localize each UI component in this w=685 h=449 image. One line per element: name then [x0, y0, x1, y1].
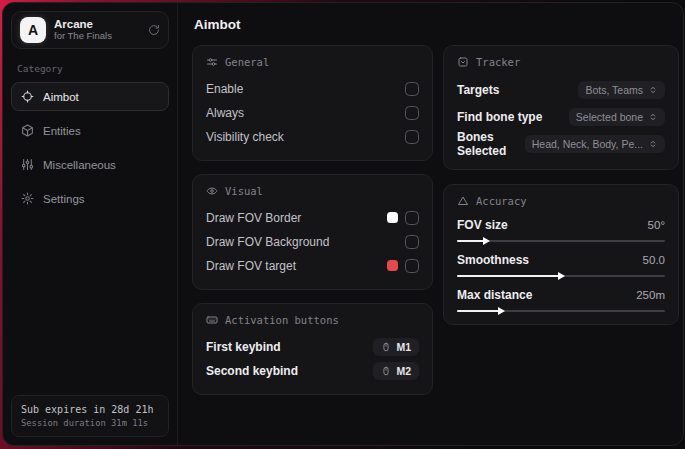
card-title: General [225, 56, 269, 68]
draw-fov-background-checkbox[interactable] [405, 235, 419, 249]
sub-expiry-text: Sub expires in 28d 21h [21, 402, 159, 417]
setting-row: Bones Selected Head, Neck, Body, Pe... [457, 131, 665, 157]
slider-value: 250m [636, 289, 665, 301]
fov-border-color-swatch[interactable] [387, 212, 398, 223]
sidebar-item-label: Settings [43, 193, 85, 205]
card-title: Visual [225, 185, 263, 197]
find-bone-type-dropdown[interactable]: Selected bone [569, 108, 665, 126]
sidebar-item-label: Aimbot [43, 91, 79, 103]
triangle-icon [457, 195, 469, 207]
sidebar-item-miscellaneous[interactable]: Miscellaneous [11, 150, 169, 179]
second-keybind-button[interactable]: M2 [373, 362, 419, 380]
sidebar-item-entities[interactable]: Entities [11, 116, 169, 145]
slider-row: FOV size 50° [457, 216, 665, 242]
brand-logo: A [20, 17, 46, 43]
brand-subtitle: for The Finals [54, 31, 140, 42]
subscription-card: Sub expires in 28d 21h Session duration … [11, 395, 169, 437]
activation-card: Activation buttons First keybind M1 Seco… [192, 303, 433, 395]
always-checkbox[interactable] [405, 106, 419, 120]
entities-icon [21, 124, 34, 137]
chevrons-up-down-icon [648, 112, 658, 122]
chevrons-up-down-icon [648, 85, 658, 95]
smoothness-slider[interactable] [457, 275, 665, 277]
brand-card: A Arcane for The Finals [11, 11, 169, 49]
slider-thumb[interactable] [498, 307, 505, 315]
bones-selected-dropdown[interactable]: Head, Neck, Body, Pe... [525, 135, 665, 153]
slider-row: Smoothness 50.0 [457, 251, 665, 277]
setting-row: Find bone type Selected bone [457, 104, 665, 130]
first-keybind-button[interactable]: M1 [373, 338, 419, 356]
draw-fov-target-checkbox[interactable] [405, 259, 419, 273]
slider-row: Max distance 250m [457, 286, 665, 312]
setting-row: Enable [206, 77, 419, 100]
targets-dropdown[interactable]: Bots, Teams [578, 81, 665, 99]
sidebar-item-settings[interactable]: Settings [11, 184, 169, 213]
category-label: Category [17, 63, 163, 74]
tracker-card: Tracker Targets Bots, Teams Find bone ty… [443, 45, 679, 170]
page-title: Aimbot [194, 17, 669, 32]
slider-thumb[interactable] [558, 272, 565, 280]
setting-row: Visibility check [206, 125, 419, 148]
slider-thumb[interactable] [483, 237, 490, 245]
visibility-check-checkbox[interactable] [405, 130, 419, 144]
card-title: Tracker [476, 56, 520, 68]
keyboard-icon [206, 314, 218, 326]
sidebar-nav: Aimbot Entities Miscellaneous Settings [11, 82, 169, 213]
setting-row: Targets Bots, Teams [457, 77, 665, 103]
sidebar-item-aimbot[interactable]: Aimbot [11, 82, 169, 111]
setting-row: Second keybind M2 [206, 359, 419, 382]
card-title: Activation buttons [225, 314, 339, 326]
visual-card: Visual Draw FOV Border Draw FOV Backgrou… [192, 174, 433, 290]
slider-value: 50° [648, 219, 665, 231]
refresh-icon[interactable] [148, 24, 160, 36]
fov-size-slider[interactable] [457, 240, 665, 242]
max-distance-slider[interactable] [457, 310, 665, 312]
sidebar-item-label: Miscellaneous [43, 159, 116, 171]
general-card: General Enable Always Visibility check [192, 45, 433, 161]
setting-row: First keybind M1 [206, 335, 419, 358]
mouse-icon [381, 342, 391, 352]
slider-value: 50.0 [643, 254, 665, 266]
crosshair-icon [21, 90, 34, 103]
setting-row: Draw FOV target [206, 254, 419, 277]
session-duration-text: Session duration 31m 11s [21, 417, 159, 430]
app-window: A Arcane for The Finals Category Aimbot [2, 2, 684, 446]
chevrons-up-down-icon [648, 139, 658, 149]
main-content: Aimbot General Enable Alw [178, 3, 683, 445]
enable-checkbox[interactable] [405, 82, 419, 96]
sliders-horizontal-icon [206, 56, 218, 68]
mouse-icon [381, 366, 391, 376]
fov-target-color-swatch[interactable] [387, 260, 398, 271]
eye-icon [206, 185, 218, 197]
setting-row: Draw FOV Border [206, 206, 419, 229]
sidebar-item-label: Entities [43, 125, 81, 137]
sliders-vertical-icon [21, 158, 34, 171]
setting-row: Always [206, 101, 419, 124]
setting-row: Draw FOV Background [206, 230, 419, 253]
gear-icon [21, 192, 34, 205]
scan-target-icon [457, 56, 469, 68]
accuracy-card: Accuracy FOV size 50° Smoothness [443, 184, 679, 325]
card-title: Accuracy [476, 195, 527, 207]
sidebar: A Arcane for The Finals Category Aimbot [3, 3, 178, 445]
draw-fov-border-checkbox[interactable] [405, 211, 419, 225]
